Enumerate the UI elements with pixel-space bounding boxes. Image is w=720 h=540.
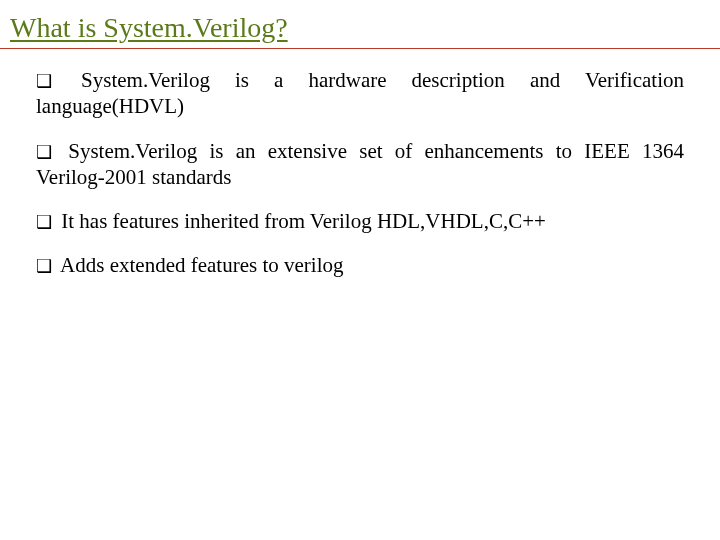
list-item-text: System.Verilog is an extensive set of en… [36,139,684,189]
slide-title: What is System.Verilog? [10,12,720,44]
square-bullet-icon: ❑ [36,211,52,234]
square-bullet-icon: ❑ [36,141,52,164]
square-bullet-icon: ❑ [36,70,52,93]
square-bullet-icon: ❑ [36,255,52,278]
list-item: ❑ System.Verilog is a hardware descripti… [36,67,684,120]
title-area: What is System.Verilog? [0,0,720,44]
list-item-text: System.Verilog is a hardware description… [36,68,684,118]
list-item: ❑ Adds extended features to verilog [36,252,684,278]
list-item: ❑ System.Verilog is an extensive set of … [36,138,684,191]
list-item-text: It has features inherited from Verilog H… [61,209,546,233]
slide-body: ❑ System.Verilog is a hardware descripti… [0,49,720,279]
list-item-text: Adds extended features to verilog [60,253,343,277]
slide: What is System.Verilog? ❑ System.Verilog… [0,0,720,540]
list-item: ❑ It has features inherited from Verilog… [36,208,684,234]
